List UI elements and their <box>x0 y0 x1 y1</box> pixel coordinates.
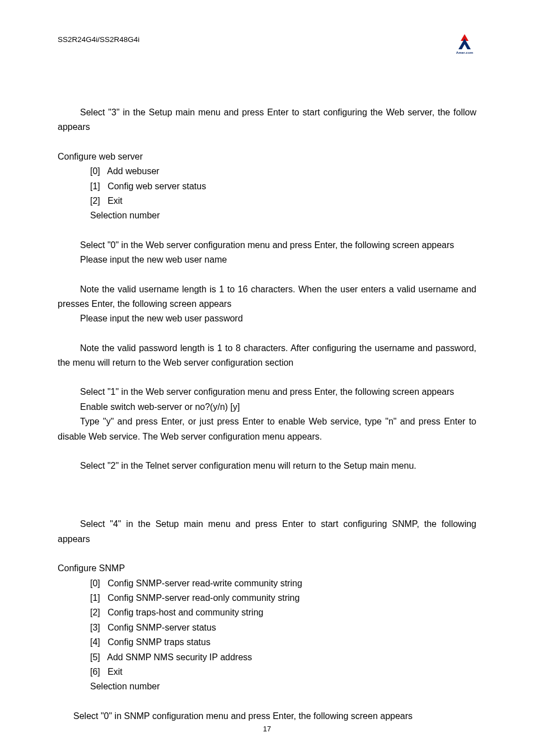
s1-menu-item: [1] Config web server status <box>90 179 476 194</box>
spacer <box>58 694 476 709</box>
s1-p4a: Select "1" in the Web server configurati… <box>58 385 476 399</box>
spacer <box>58 370 476 385</box>
model-text: SS2R24G4i/SS2R48G4i <box>58 34 139 46</box>
s1-intro: Select "3" in the Setup main menu and pr… <box>58 105 476 135</box>
s1-p5: Select "2" in the Telnet server configur… <box>58 459 476 473</box>
s2-intro: Select "4" in the Setup main menu and pr… <box>58 517 476 547</box>
s1-p4c: Type "y" and press Enter, or just press … <box>58 414 476 444</box>
s1-p2a: Note the valid username length is 1 to 1… <box>58 282 476 312</box>
s2-menu-item: [6] Exit <box>90 665 476 679</box>
spacer <box>58 473 476 488</box>
spacer <box>58 502 476 517</box>
s2-menu-title: Configure SNMP <box>58 561 476 576</box>
s1-menu-item: [2] Exit <box>90 194 476 208</box>
s1-menu: [0] Add webuser [1] Config web server st… <box>90 164 476 223</box>
page-footer: 17 <box>0 723 534 735</box>
spacer <box>58 268 476 282</box>
spacer <box>58 547 476 561</box>
s1-p1a: Select "0" in the Web server configurati… <box>58 238 476 253</box>
s1-p2b: Please input the new web user password <box>58 311 476 326</box>
brand-logo: Amer.com <box>453 34 476 55</box>
logo-icon <box>453 34 476 49</box>
s2-menu-item: [4] Config SNMP traps status <box>90 635 476 650</box>
logo-brand-text: Amer.com <box>453 50 476 56</box>
spacer <box>58 444 476 459</box>
s2-menu-item: [0] Config SNMP-server read-write commun… <box>90 576 476 591</box>
page-header: SS2R24G4i/SS2R48G4i Amer.com <box>58 34 476 55</box>
s2-menu-item: Selection number <box>90 679 476 694</box>
s1-menu-item: Selection number <box>90 208 476 223</box>
spacer <box>58 326 476 341</box>
s1-p3: Note the valid password length is 1 to 8… <box>58 341 476 371</box>
s1-menu-title: Configure web server <box>58 150 476 164</box>
s1-menu-item: [0] Add webuser <box>90 164 476 179</box>
s1-p1b: Please input the new web user name <box>58 253 476 267</box>
s2-menu-item: [1] Config SNMP-server read-only communi… <box>90 591 476 605</box>
s2-p1: Select "0" in SNMP configuration menu an… <box>58 709 476 724</box>
spacer <box>58 223 476 238</box>
s2-menu-item: [2] Config traps-host and community stri… <box>90 605 476 620</box>
spacer <box>58 135 476 150</box>
spacer <box>58 488 476 502</box>
s1-p4b: Enable switch web-server or no?(y/n) [y] <box>58 400 476 414</box>
page-number: 17 <box>263 725 271 733</box>
s2-menu: [0] Config SNMP-server read-write commun… <box>90 576 476 694</box>
s2-menu-item: [3] Config SNMP-server status <box>90 620 476 635</box>
s2-menu-item: [5] Add SNMP NMS security IP address <box>90 650 476 665</box>
